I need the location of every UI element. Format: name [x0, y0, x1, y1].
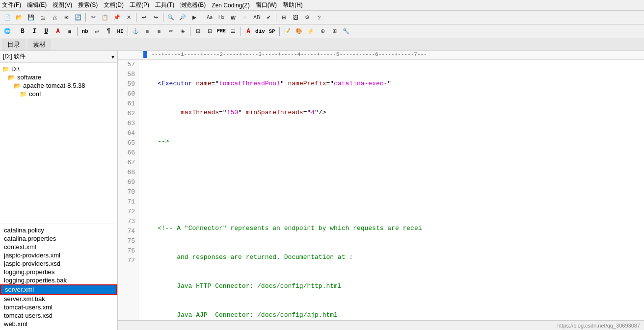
- toolbar2-table2[interactable]: ⊞: [192, 26, 203, 37]
- file-logging-properties[interactable]: logging.properties: [0, 268, 117, 276]
- toolbar2-code[interactable]: ⚡: [305, 26, 316, 37]
- toolbar-bold-format[interactable]: Aa: [204, 12, 215, 23]
- file-logging-bak[interactable]: logging.properties.bak: [0, 276, 117, 284]
- toolbar2-table4[interactable]: ⊞: [329, 26, 340, 37]
- file-context-xml[interactable]: context.xml: [0, 243, 117, 251]
- toolbar-1: 📄 📂 💾 🗂 🖨 👁 🔄 ✂ 📋 📌 ✕ ↩ ↪ 🔍 🔎 ▶ Aa Hx W …: [0, 11, 644, 25]
- toolbar-heading[interactable]: Hx: [216, 12, 227, 23]
- file-jaspic-xsd[interactable]: jaspic-providers.xsd: [0, 259, 117, 268]
- tree-d-drive[interactable]: 📁 D:\: [0, 65, 117, 73]
- tree-conf[interactable]: 📁 conf: [0, 90, 117, 98]
- toolbar-refresh[interactable]: 🔄: [73, 12, 83, 23]
- file-catalina-properties[interactable]: catalina.properties: [0, 234, 117, 243]
- line-57: <Executor name="tomcatThreadPool" namePr…: [142, 79, 644, 89]
- toolbar2-globe[interactable]: 🌐: [2, 26, 13, 37]
- line-63: and responses are returned. Documentatio…: [142, 253, 644, 262]
- toolbar-undo[interactable]: ↩: [138, 12, 149, 23]
- ln-70: 70: [120, 187, 135, 197]
- tab-material[interactable]: 素材: [27, 39, 51, 51]
- tree-tomcat[interactable]: 📂 apache-tomcat-8.5.38: [0, 81, 117, 90]
- file-server-xml-bak[interactable]: server.xml.bak: [0, 295, 117, 303]
- ln-71: 71: [120, 197, 135, 207]
- toolbar-save[interactable]: 💾: [26, 12, 36, 23]
- toolbar-findnext[interactable]: ▶: [189, 12, 200, 23]
- line-65: Java AJP Connector: /docs/config/ajp.htm…: [142, 310, 644, 320]
- menu-view[interactable]: 视图(V): [53, 1, 72, 9]
- file-list: catalina.policy catalina.properties cont…: [0, 224, 117, 330]
- toolbar2-para[interactable]: ¶: [103, 26, 114, 37]
- toolbar-bold[interactable]: W: [228, 12, 239, 23]
- line-58: maxThreads="150" minSpareThreads="4"/>: [142, 108, 644, 118]
- menu-search[interactable]: 搜索(S): [78, 1, 98, 9]
- code-editor[interactable]: 57 58 59 60 61 62 63 64 65 66 67 68 69 7…: [118, 60, 644, 320]
- menu-window[interactable]: 窗口(W): [256, 1, 277, 9]
- file-jaspic-xml[interactable]: jaspic-providers.xml: [0, 251, 117, 259]
- menu-tools[interactable]: 工具(T): [155, 1, 174, 9]
- menu-project[interactable]: 工程(P): [130, 1, 149, 9]
- toolbar-align[interactable]: ≡: [240, 12, 250, 23]
- toolbar2-list3[interactable]: ☰: [228, 26, 239, 37]
- code-text[interactable]: <Executor name="tomcatThreadPool" namePr…: [138, 60, 644, 320]
- toolbar2-italic[interactable]: I: [29, 26, 40, 37]
- toolbar2-style[interactable]: 🎨: [294, 26, 304, 37]
- toolbar-cut[interactable]: ✂: [88, 12, 99, 23]
- toolbar2-bold[interactable]: B: [17, 26, 28, 37]
- toolbar2-highlight[interactable]: ■: [64, 26, 75, 37]
- tree-software[interactable]: 📂 software: [0, 73, 117, 81]
- sep-11: [279, 27, 280, 36]
- toolbar2-color[interactable]: A: [53, 26, 63, 37]
- toolbar2-edit[interactable]: ✏: [165, 26, 176, 37]
- toolbar-insert-image[interactable]: 🖼: [290, 12, 301, 23]
- tab-directory[interactable]: 目录: [2, 39, 26, 51]
- drive-chevron[interactable]: ▾: [111, 53, 114, 60]
- toolbar-delete[interactable]: ✕: [123, 12, 134, 23]
- toolbar2-sp[interactable]: SP: [267, 26, 277, 37]
- file-tomcat-users-xsd[interactable]: tomcat-users.xsd: [0, 311, 117, 320]
- toolbar-find[interactable]: 🔍: [165, 12, 176, 23]
- folder-icon-conf: 📁: [20, 91, 27, 98]
- toolbar2-tag[interactable]: ◈: [177, 26, 188, 37]
- toolbar2-insert[interactable]: 🔧: [341, 26, 351, 37]
- toolbar-paste[interactable]: 📌: [111, 12, 122, 23]
- folder-icon-d: 📁: [2, 66, 9, 73]
- file-server-xml[interactable]: server.xml: [0, 284, 117, 295]
- toolbar-copy[interactable]: 📋: [100, 12, 110, 23]
- toolbar2-list1[interactable]: ≡: [142, 26, 153, 37]
- toolbar-macro[interactable]: ⚙: [302, 12, 313, 23]
- drive-selector[interactable]: [D:] 软件 ▾: [0, 51, 117, 63]
- file-tomcat-users-xml[interactable]: tomcat-users.xml: [0, 303, 117, 311]
- toolbar-print[interactable]: 🖨: [49, 12, 60, 23]
- toolbar-redo[interactable]: ↪: [150, 12, 161, 23]
- file-web-xml[interactable]: web.xml: [0, 320, 117, 328]
- toolbar-save-all[interactable]: 🗂: [37, 12, 48, 23]
- toolbar2-hi[interactable]: HI: [115, 26, 126, 37]
- menu-doc[interactable]: 文档(D): [104, 1, 124, 9]
- toolbar2-a[interactable]: A: [243, 26, 254, 37]
- toolbar-table[interactable]: AB: [251, 12, 262, 23]
- ln-67: 67: [120, 158, 135, 168]
- toolbar-open[interactable]: 📂: [14, 12, 25, 23]
- toolbar-preview[interactable]: 👁: [61, 12, 72, 23]
- toolbar2-more[interactable]: ⊕: [317, 26, 328, 37]
- toolbar-new[interactable]: 📄: [2, 12, 13, 23]
- toolbar2-table3[interactable]: ⊟: [204, 26, 215, 37]
- menu-file[interactable]: 文件(F): [2, 1, 21, 9]
- menu-edit[interactable]: 编辑(E): [27, 1, 47, 9]
- toolbar-misc[interactable]: ?: [314, 12, 324, 23]
- toolbar2-pre[interactable]: PRE: [216, 26, 227, 37]
- menu-browser[interactable]: 浏览器(B): [180, 1, 206, 9]
- main-layout: [D:] 软件 ▾ 📁 D:\ 📂 software 📂 apache-tomc…: [0, 51, 644, 330]
- menu-help[interactable]: 帮助(H): [283, 1, 303, 9]
- toolbar2-list2[interactable]: ≡: [154, 26, 164, 37]
- toolbar2-anchor[interactable]: ⚓: [130, 26, 141, 37]
- menu-zen[interactable]: Zen Coding(Z): [212, 2, 249, 9]
- toolbar2-underline[interactable]: U: [41, 26, 52, 37]
- toolbar2-script[interactable]: 📝: [282, 26, 293, 37]
- toolbar-insert-table[interactable]: ⊞: [278, 12, 289, 23]
- toolbar-check[interactable]: ✔: [263, 12, 274, 23]
- toolbar-findreplace[interactable]: 🔎: [177, 12, 188, 23]
- toolbar2-br[interactable]: ↵: [91, 26, 102, 37]
- toolbar2-nb[interactable]: nb: [80, 26, 90, 37]
- toolbar2-div[interactable]: div: [255, 26, 266, 37]
- file-catalina-policy[interactable]: catalina.policy: [0, 226, 117, 234]
